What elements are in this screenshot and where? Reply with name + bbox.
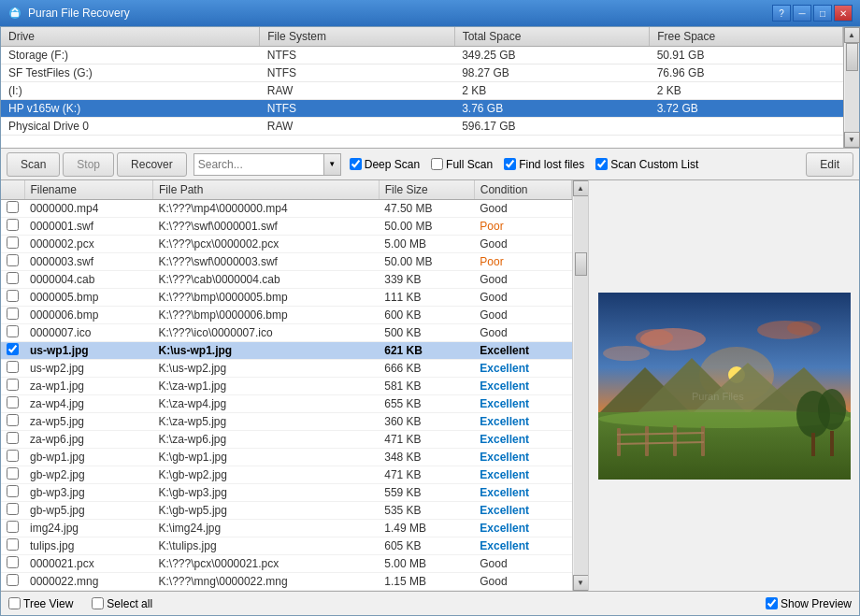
file-scrollbar-thumb[interactable] [575,252,587,276]
edit-button[interactable]: Edit [806,152,853,177]
show-preview-checkbox[interactable] [766,597,778,609]
recover-button[interactable]: Recover [117,152,187,177]
svg-rect-17 [617,428,621,456]
file-row[interactable]: 0000022.mng K:\???\mng\0000022.mng 1.15 … [1,573,572,591]
file-row[interactable]: 0000000.mp4 K:\???\mp4\0000000.mp4 47.50… [1,200,572,218]
file-checkbox-cell[interactable] [1,307,24,324]
file-row[interactable]: 0000003.swf K:\???\swf\0000003.swf 50.00… [1,253,572,271]
minimize-button[interactable]: ─ [793,5,811,21]
free-cell [650,118,843,136]
fs-cell: NTFS [260,100,454,118]
drive-row[interactable]: HP v165w (K:) NTFS 3.76 GB 3.72 GB [1,100,843,118]
file-row[interactable]: 0000021.pcx K:\???\pcx\0000021.pcx 5.00 … [1,555,572,573]
file-checkbox-cell[interactable] [1,236,24,253]
file-checkbox-cell[interactable] [1,200,24,218]
file-scrollbar-down-btn[interactable]: ▼ [573,575,589,591]
find-lost-option[interactable]: Find lost files [504,158,584,171]
file-checkbox-cell[interactable] [1,253,24,271]
search-dropdown-btn[interactable]: ▼ [324,153,341,176]
file-row[interactable]: 0000001.swf K:\???\swf\0000001.swf 50.00… [1,218,572,236]
maximize-button[interactable]: □ [813,5,832,21]
file-row[interactable]: 0000006.bmp K:\???\bmp\0000006.bmp 600 K… [1,307,572,324]
file-checkbox-cell[interactable] [1,449,24,466]
condition-cell: Good [474,555,571,573]
close-button[interactable]: ✕ [834,5,853,21]
deep-scan-option[interactable]: Deep Scan [350,158,420,171]
file-checkbox-cell[interactable] [1,360,24,378]
file-checkbox-cell[interactable] [1,466,24,484]
drive-row[interactable]: Physical Drive 0 RAW 596.17 GB [1,118,843,136]
drive-list-container: Drive File System Total Space Free Space… [1,27,859,149]
file-checkbox-cell[interactable] [1,484,24,502]
file-checkbox-cell[interactable] [1,271,24,289]
full-scan-option[interactable]: Full Scan [431,158,493,171]
file-row[interactable]: za-wp6.jpg K:\za-wp6.jpg 471 KB Excellen… [1,431,572,449]
scrollbar-down-btn[interactable]: ▼ [844,132,860,148]
file-checkbox-cell[interactable] [1,502,24,520]
drive-cell: (I:) [1,82,260,100]
select-all-checkbox[interactable] [92,597,104,609]
file-row[interactable]: 0000005.bmp K:\???\bmp\0000005.bmp 111 K… [1,289,572,307]
show-preview-option[interactable]: Show Preview [766,597,852,610]
file-row[interactable]: gb-wp5.jpg K:\gb-wp5.jpg 535 KB Excellen… [1,502,572,520]
file-checkbox-cell[interactable] [1,537,24,555]
drive-scrollbar[interactable]: ▲ ▼ [843,27,859,148]
scan-button[interactable]: Scan [7,152,60,177]
file-row[interactable]: za-wp1.jpg K:\za-wp1.jpg 581 KB Excellen… [1,378,572,395]
title-bar: Puran File Recovery ? ─ □ ✕ [0,0,860,26]
file-checkbox-cell[interactable] [1,324,24,342]
filepath-col-header: File Path [153,180,380,200]
condition-cell: Good [474,307,571,324]
file-row[interactable]: 0000002.pcx K:\???\pcx\0000002.pcx 5.00 … [1,236,572,253]
condition-cell: Good [474,236,571,253]
app-icon [7,6,22,21]
filesize-cell: 50.00 MB [379,218,474,236]
file-row[interactable]: gb-wp3.jpg K:\gb-wp3.jpg 559 KB Excellen… [1,484,572,502]
drive-row[interactable]: Storage (F:) NTFS 349.25 GB 50.91 GB [1,47,843,64]
file-row[interactable]: gb-wp2.jpg K:\gb-wp2.jpg 471 KB Excellen… [1,466,572,484]
file-checkbox-cell[interactable] [1,431,24,449]
file-checkbox-cell[interactable] [1,413,24,431]
filepath-cell: K:\za-wp5.jpg [153,413,380,431]
file-row[interactable]: 0000004.cab K:\???\cab\0000004.cab 339 K… [1,271,572,289]
filename-cell: 0000006.bmp [24,307,153,324]
fs-cell: NTFS [260,47,454,64]
drive-row[interactable]: SF TestFiles (G:) NTFS 98.27 GB 76.96 GB [1,64,843,82]
file-checkbox-cell[interactable] [1,289,24,307]
file-row[interactable]: za-wp4.jpg K:\za-wp4.jpg 655 KB Excellen… [1,395,572,413]
file-scrollbar[interactable]: ▲ ▼ [572,180,588,591]
scan-custom-checkbox[interactable] [595,158,608,170]
help-button[interactable]: ? [772,5,791,21]
file-row[interactable]: us-wp1.jpg K:\us-wp1.jpg 621 KB Excellen… [1,342,572,360]
select-all-option[interactable]: Select all [92,597,152,610]
file-row[interactable]: img24.jpg K:\img24.jpg 1.49 MB Excellent [1,520,572,537]
file-scrollbar-track[interactable] [574,196,588,575]
file-checkbox-cell[interactable] [1,378,24,395]
file-row[interactable]: tulips.jpg K:\tulips.jpg 605 KB Excellen… [1,537,572,555]
search-input[interactable] [194,153,324,176]
tree-view-option[interactable]: Tree View [8,597,73,610]
file-row[interactable]: za-wp5.jpg K:\za-wp5.jpg 360 KB Excellen… [1,413,572,431]
full-scan-checkbox[interactable] [431,158,443,170]
filesize-cell: 111 KB [379,289,474,307]
find-lost-checkbox[interactable] [504,158,516,170]
scrollbar-up-btn[interactable]: ▲ [844,27,860,43]
file-row[interactable]: us-wp2.jpg K:\us-wp2.jpg 666 KB Excellen… [1,360,572,378]
file-checkbox-cell[interactable] [1,520,24,537]
file-checkbox-cell[interactable] [1,395,24,413]
drive-row[interactable]: (I:) RAW 2 KB 2 KB [1,82,843,100]
file-checkbox-cell[interactable] [1,573,24,591]
file-checkbox-cell[interactable] [1,555,24,573]
scrollbar-thumb[interactable] [846,43,858,71]
tree-view-checkbox[interactable] [8,597,21,609]
file-scrollbar-up-btn[interactable]: ▲ [573,180,589,196]
deep-scan-checkbox[interactable] [350,158,362,170]
scan-custom-option[interactable]: Scan Custom List [595,158,698,171]
file-row[interactable]: 0000007.ico K:\???\ico\0000007.ico 500 K… [1,324,572,342]
file-checkbox-cell[interactable] [1,218,24,236]
file-row[interactable]: gb-wp1.jpg K:\gb-wp1.jpg 348 KB Excellen… [1,449,572,466]
scrollbar-track[interactable] [845,43,859,132]
file-checkbox-cell[interactable] [1,342,24,360]
stop-button[interactable]: Stop [63,152,114,177]
filesize-cell: 605 KB [379,537,474,555]
